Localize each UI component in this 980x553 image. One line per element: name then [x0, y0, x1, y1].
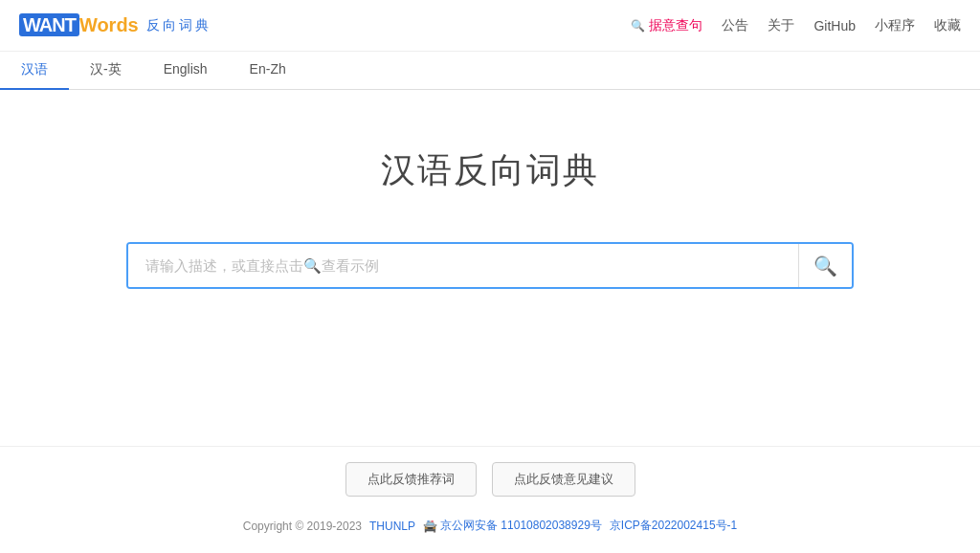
- nav-announcement[interactable]: 公告: [722, 17, 748, 34]
- logo-want: WANT: [19, 13, 79, 36]
- feedback-suggest-button[interactable]: 点此反馈意见建议: [492, 462, 635, 497]
- logo-brand: WANTWords: [19, 14, 139, 36]
- main-content: 汉语反向词典 🔍: [0, 90, 980, 446]
- footer-icp-link[interactable]: 京ICP备2022002415号-1: [610, 518, 737, 534]
- search-input[interactable]: [128, 244, 798, 287]
- tab-zh[interactable]: 汉语: [0, 52, 69, 90]
- footer: 点此反馈推荐词 点此反馈意见建议 Copyright © 2019-2023 T…: [0, 446, 980, 553]
- search-sentences-icon: 🔍: [631, 19, 645, 33]
- footer-buttons: 点此反馈推荐词 点此反馈意见建议: [345, 462, 635, 497]
- copyright-text: Copyright © 2019-2023: [243, 520, 362, 533]
- feedback-recommend-button[interactable]: 点此反馈推荐词: [345, 462, 477, 497]
- nav-search-sentences[interactable]: 🔍 据意查句: [631, 17, 702, 34]
- search-button[interactable]: 🔍: [798, 244, 852, 287]
- tab-zh-en[interactable]: 汉-英: [69, 52, 143, 90]
- nav-favorites[interactable]: 收藏: [934, 17, 961, 34]
- nav-miniprogram[interactable]: 小程序: [875, 17, 915, 34]
- footer-police-link[interactable]: 京公网安备 11010802038929号: [440, 518, 602, 534]
- police-icon: 🚔: [423, 520, 437, 533]
- page-title: 汉语反向词典: [381, 147, 599, 194]
- footer-thunlp-link[interactable]: THUNLP: [369, 520, 415, 533]
- search-bar: 🔍: [126, 242, 854, 289]
- logo-words: Words: [79, 14, 139, 35]
- header-nav: 🔍 据意查句 公告 关于 GitHub 小程序 收藏: [631, 17, 961, 34]
- language-tabs: 汉语 汉-英 English En-Zh: [0, 52, 980, 90]
- footer-police: 🚔 京公网安备 11010802038929号: [423, 518, 602, 534]
- logo: WANTWords 反向词典: [19, 14, 212, 36]
- footer-copyright: Copyright © 2019-2023 THUNLP 🚔 京公网安备 110…: [243, 518, 737, 534]
- header: WANTWords 反向词典 🔍 据意查句 公告 关于 GitHub 小程序 收…: [0, 0, 980, 52]
- nav-github[interactable]: GitHub: [813, 18, 856, 33]
- nav-search-sentences-label: 据意查句: [649, 17, 702, 34]
- logo-subtitle: 反向词典: [146, 17, 212, 34]
- nav-about[interactable]: 关于: [768, 17, 794, 34]
- search-icon: 🔍: [813, 254, 837, 277]
- tab-en[interactable]: English: [143, 52, 229, 90]
- tab-en-zh[interactable]: En-Zh: [229, 52, 307, 90]
